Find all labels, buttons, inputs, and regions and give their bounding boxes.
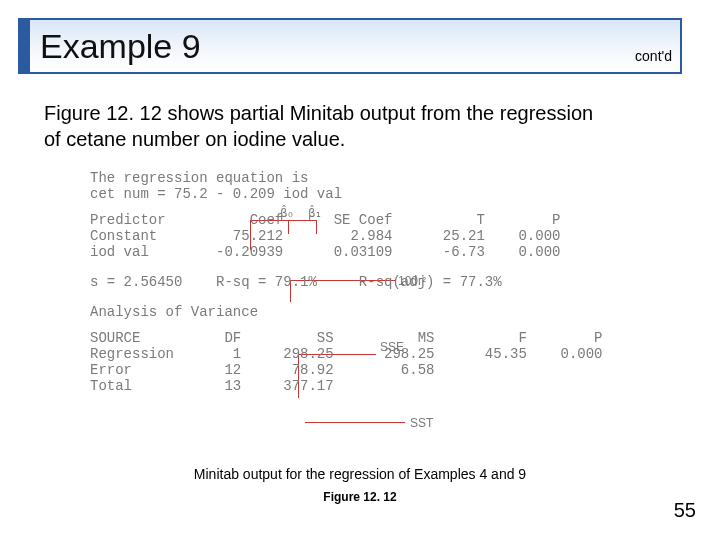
slide: Example 9 cont'd Figure 12. 12 shows par… xyxy=(0,0,720,540)
figure-number: Figure 12. 12 xyxy=(0,490,720,504)
output-equation: cet num = 75.2 - 0.209 iod val xyxy=(90,186,640,202)
title-inner: Example 9 xyxy=(20,20,680,72)
page-title: Example 9 xyxy=(40,27,201,66)
anova-regression: Regression 1 298.25 298.25 45.35 0.000 xyxy=(90,346,640,362)
anova-header: SOURCE DF SS MS F P xyxy=(90,330,640,346)
title-accent xyxy=(20,20,30,72)
anova-total: Total 13 377.17 xyxy=(90,378,640,394)
coef-row-constant: Constant 75.212 2.984 25.21 0.000 xyxy=(90,228,640,244)
anova-title: Analysis of Variance xyxy=(90,304,640,320)
anova-error: Error 12 78.92 6.58 xyxy=(90,362,640,378)
stats-line: s = 2.56450 R-sq = 79.1% R-sq(adj) = 77.… xyxy=(90,274,640,290)
spacer xyxy=(90,320,640,330)
page-number: 55 xyxy=(674,499,696,522)
coef-header: Predictor Coef SE Coef T P xyxy=(90,212,640,228)
output-line: The regression equation is xyxy=(90,170,640,186)
spacer xyxy=(90,260,640,274)
body-paragraph: Figure 12. 12 shows partial Minitab outp… xyxy=(44,100,604,152)
minitab-output: The regression equation is cet num = 75.… xyxy=(90,170,640,394)
figure-caption: Minitab output for the regression of Exa… xyxy=(0,466,720,482)
spacer xyxy=(90,202,640,212)
annotation-line xyxy=(305,422,405,423)
sst-annotation: SST xyxy=(410,416,433,430)
continued-label: cont'd xyxy=(635,48,672,64)
title-box: Example 9 xyxy=(18,18,682,74)
coef-row-iodval: iod val -0.20939 0.03109 -6.73 0.000 xyxy=(90,244,640,260)
spacer xyxy=(90,290,640,304)
